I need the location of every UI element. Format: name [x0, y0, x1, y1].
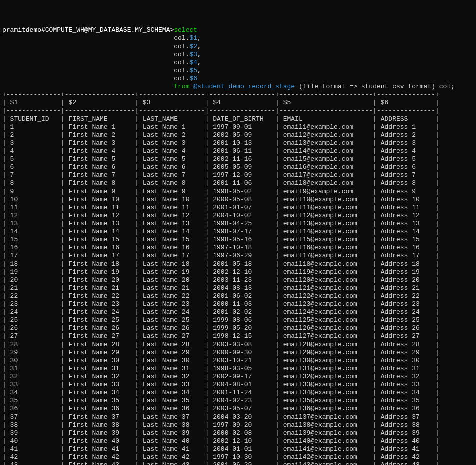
- result-table: +--------------+------------------+-----…: [2, 91, 474, 465]
- col-ref: col.: [174, 75, 189, 82]
- col-ref: col.: [174, 43, 189, 50]
- col-ref: col.: [174, 51, 189, 58]
- col-dollar: $3: [189, 51, 197, 58]
- col-ref: col.: [174, 34, 189, 42]
- col-dollar: $4: [189, 59, 197, 66]
- select-keyword: select: [174, 26, 197, 34]
- sql-query: pramitdemo#COMPUTE_WH@MY_DATABASE.MY_SCH…: [2, 26, 474, 91]
- col-dollar: $2: [189, 43, 197, 50]
- stage-ref: @student_demo_record_stage: [193, 83, 295, 90]
- col-dollar: $1: [189, 34, 197, 42]
- col-ref: col.: [174, 67, 189, 74]
- from-keyword: from: [174, 83, 189, 90]
- col-dollar: $5: [189, 67, 197, 74]
- col-dollar: $6: [189, 75, 197, 82]
- prompt: pramitdemo#COMPUTE_WH@MY_DATABASE.MY_SCH…: [2, 26, 174, 34]
- terminal-output: pramitdemo#COMPUTE_WH@MY_DATABASE.MY_SCH…: [2, 26, 474, 465]
- query-tail: (file_format => student_csv_format) col;: [295, 83, 455, 90]
- col-ref: col.: [174, 59, 189, 66]
